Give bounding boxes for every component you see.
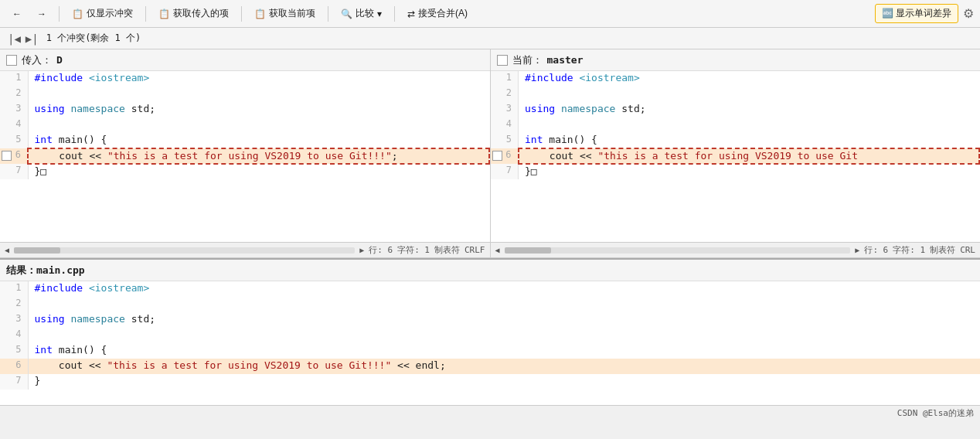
right-code-table: 1 #include <iostream> 2 3 using namespac…	[491, 71, 981, 179]
separator-2	[145, 6, 146, 22]
nav-arrows: |◀ ▶|	[6, 32, 40, 45]
show-word-diff-button[interactable]: 🔤 显示单词差异	[875, 4, 958, 23]
accept-merge-button[interactable]: ⇄ 接受合并(A)	[401, 5, 474, 22]
code-cell: int main() {	[28, 133, 489, 148]
line-num: 2	[491, 87, 519, 102]
table-row: 2	[491, 87, 980, 102]
result-title-prefix: 结果：	[6, 264, 36, 277]
table-row: 2	[0, 297, 980, 312]
left-scroll-thumb	[14, 247, 60, 254]
right-scroll-arrow-left[interactable]: ◀	[495, 246, 500, 254]
right-scroll-arrow-right[interactable]: ▶	[855, 246, 859, 254]
line-num: 6	[0, 359, 28, 374]
include-bracket: <iostream>	[579, 72, 639, 83]
table-row: 3 using namespace std;	[0, 312, 980, 328]
line-num: 2	[0, 87, 28, 102]
right-scroll-area: ◀ ▶ 行: 6 字符: 1 制表符 CRL	[491, 244, 981, 256]
left-scroll-arrow-left[interactable]: ◀	[5, 246, 9, 254]
table-row: 1 #include <iostream>	[0, 281, 980, 297]
get-incoming-button[interactable]: 📋 获取传入的项	[152, 5, 235, 22]
line-num: 1	[0, 281, 28, 297]
code-cell: int main() {	[28, 343, 980, 359]
right-row-label: 行: 6	[864, 244, 888, 256]
namespace: namespace	[70, 103, 124, 114]
code-cell: }	[28, 374, 980, 390]
code-cell: cout << "this is a test for using VS2019…	[28, 359, 980, 374]
left-scroll-arrow-right[interactable]: ▶	[359, 246, 364, 254]
line-num: 7	[491, 164, 519, 179]
right-checkbox[interactable]	[497, 55, 508, 66]
settings-button[interactable]: ⚙	[963, 6, 974, 21]
code-cell: using namespace std;	[519, 102, 980, 117]
left-char-label: 字符: 1	[397, 244, 430, 256]
left-crlf-label: CRLF	[464, 245, 485, 255]
table-row: 7 }	[0, 374, 980, 390]
left-scroll-track[interactable]	[14, 247, 355, 254]
conflict-row: 6 cout << "this is a test for using VS20…	[491, 148, 980, 164]
line-num: 7	[0, 374, 28, 390]
nav-prev-button[interactable]: |◀	[6, 32, 22, 45]
code-cell	[28, 117, 489, 133]
right-scroll-track[interactable]	[505, 247, 851, 254]
separator-5	[394, 6, 395, 22]
nav-next-button[interactable]: ▶|	[24, 32, 40, 45]
line-num: 3	[0, 102, 28, 117]
right-scroll-thumb	[505, 247, 551, 254]
bottom-section: 结果： main.cpp 1 #include <iostream> 2 3 u…	[0, 258, 980, 420]
line-num: 1	[491, 71, 519, 87]
line-num: 6	[0, 148, 28, 164]
right-code-area: 1 #include <iostream> 2 3 using namespac…	[491, 71, 981, 242]
keyword: #include	[35, 282, 83, 294]
string-literal: "this is a test for using VS2019 to use …	[597, 150, 858, 162]
right-char-label: 字符: 1	[893, 244, 925, 256]
keyword: int	[35, 134, 53, 145]
table-row: 5 int main() {	[0, 343, 980, 359]
show-conflicts-button[interactable]: 📋 仅显示冲突	[66, 5, 139, 22]
forward-button[interactable]: →	[31, 6, 53, 22]
left-row-label: 行: 6	[369, 244, 393, 256]
right-panel-header: 当前： master	[491, 49, 981, 71]
right-panel: 当前： master 1 #include <iostream> 2 3 usi…	[491, 49, 981, 257]
line-num: 5	[491, 133, 519, 148]
bottom-bar: CSDN @Elsa的迷弟	[0, 405, 980, 420]
compare-label: 比较	[356, 7, 374, 20]
right-crlf-label: CRL	[960, 245, 975, 255]
toolbar: ← → 📋 仅显示冲突 📋 获取传入的项 📋 获取当前项 🔍 比较 ▾ ⇄ 接受…	[0, 0, 980, 28]
line-num: 3	[0, 312, 28, 328]
left-scroll-area: ◀ ▶ 行: 6 字符: 1 制表符 CRLF	[0, 244, 490, 256]
keyword: using	[525, 103, 555, 114]
separator-1	[59, 6, 60, 22]
left-checkbox[interactable]	[6, 55, 17, 66]
compare-icon: 🔍	[341, 9, 352, 19]
line-num: 4	[491, 117, 519, 133]
table-row: 4	[491, 117, 980, 133]
keyword: using	[35, 313, 65, 325]
right-panel-title-prefix: 当前：	[512, 53, 543, 67]
result-panel: 结果： main.cpp 1 #include <iostream> 2 3 u…	[0, 260, 980, 405]
code-cell	[28, 297, 980, 312]
namespace: namespace	[561, 103, 615, 114]
conflict-checkbox-left[interactable]	[2, 151, 12, 161]
accept-merge-label: 接受合并(A)	[418, 7, 468, 20]
table-row: 5 int main() {	[0, 133, 489, 148]
left-code-table: 1 #include <iostream> 2 3 using namespac…	[0, 71, 490, 179]
compare-dropdown-icon: ▾	[377, 9, 382, 19]
keyword: int	[525, 134, 543, 145]
left-panel-header: 传入： D	[0, 49, 490, 71]
back-button[interactable]: ←	[6, 6, 28, 22]
table-row: 1 #include <iostream>	[0, 71, 489, 87]
conflicts-icon: 📋	[72, 9, 83, 19]
line-num: 1	[0, 71, 28, 87]
conflict-checkbox-right[interactable]	[492, 151, 502, 161]
gear-icon: ⚙	[963, 7, 974, 20]
main-layout: ← → 📋 仅显示冲突 📋 获取传入的项 📋 获取当前项 🔍 比较 ▾ ⇄ 接受…	[0, 0, 980, 439]
line-num: 3	[491, 102, 519, 117]
code-cell: }□	[28, 164, 489, 179]
result-header: 结果： main.cpp	[0, 260, 980, 281]
result-code-table: 1 #include <iostream> 2 3 using namespac…	[0, 281, 980, 390]
compare-button[interactable]: 🔍 比较 ▾	[335, 5, 388, 22]
keyword: using	[35, 103, 65, 114]
result-code-area: 1 #include <iostream> 2 3 using namespac…	[0, 281, 980, 405]
include-bracket: <iostream>	[89, 282, 149, 294]
get-current-button[interactable]: 📋 获取当前项	[248, 5, 322, 22]
